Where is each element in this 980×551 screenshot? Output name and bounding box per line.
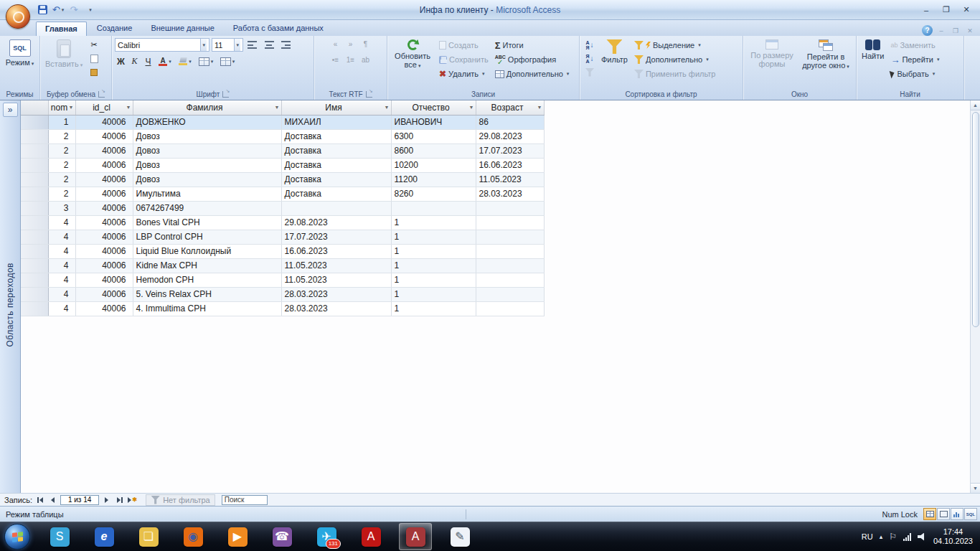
cell[interactable]: Доставка <box>281 187 391 201</box>
child-close-button[interactable]: ✕ <box>964 26 976 35</box>
cell[interactable]: 2 <box>48 172 75 187</box>
child-restore-button[interactable]: ❐ <box>950 26 961 35</box>
cell[interactable]: 1 <box>48 115 75 129</box>
row-selector[interactable] <box>21 172 48 187</box>
view-button[interactable]: SQL Режим▾ <box>4 38 36 70</box>
italic-button[interactable]: К <box>128 55 141 68</box>
bold-button[interactable]: Ж <box>115 55 127 68</box>
cell[interactable]: 8600 <box>391 143 476 158</box>
cell[interactable] <box>476 273 544 287</box>
cell[interactable]: 1 <box>391 301 476 316</box>
cell[interactable]: 40006 <box>75 201 133 215</box>
cell[interactable]: 1 <box>391 215 476 230</box>
cell[interactable]: 1 <box>391 273 476 287</box>
font-name-combo[interactable]: Calibri▾ <box>115 38 209 52</box>
more-records-button[interactable]: Дополнительно▾ <box>493 67 572 81</box>
cell[interactable] <box>476 287 544 301</box>
cell[interactable]: Bones Vital CPH <box>133 215 281 230</box>
cell[interactable] <box>476 258 544 273</box>
cell[interactable]: 40006 <box>75 158 133 172</box>
cell[interactable]: 40006 <box>75 143 133 158</box>
select-all-cell[interactable] <box>21 100 48 115</box>
pivottable-view-button[interactable] <box>937 508 950 520</box>
cell[interactable]: ИВАНОВИЧ <box>391 115 476 129</box>
refresh-all-button[interactable]: Обновить все▾ <box>390 38 435 72</box>
align-left-button[interactable] <box>245 38 260 52</box>
tab-home[interactable]: Главная <box>36 22 87 36</box>
new-blank-record-button[interactable]: ✱ <box>127 495 138 504</box>
cell[interactable]: 5. Veins Relax CPH <box>133 287 281 301</box>
cell[interactable]: 4 <box>48 287 75 301</box>
undo-button[interactable]: ↶▾ <box>52 4 65 17</box>
last-record-button[interactable] <box>114 495 125 504</box>
media-player-icon[interactable]: ▶ <box>221 523 254 550</box>
internet-explorer-icon[interactable]: e <box>88 523 121 550</box>
cell[interactable]: 10200 <box>391 158 476 172</box>
cell[interactable]: 40006 <box>75 287 133 301</box>
cell[interactable]: 40006 <box>75 301 133 316</box>
numbering-button[interactable]: 1≡ <box>344 54 357 66</box>
decrease-indent-button[interactable]: « <box>329 38 342 50</box>
cell[interactable]: 40006 <box>75 215 133 230</box>
office-button[interactable] <box>6 4 30 29</box>
cell[interactable]: 1 <box>391 230 476 244</box>
sort-ascending-button[interactable]: АЯ↓ <box>583 38 597 52</box>
save-button[interactable] <box>36 4 49 17</box>
minimize-button[interactable]: – <box>917 4 936 17</box>
cell[interactable]: 3 <box>48 201 75 215</box>
telegram-icon[interactable]: ✈131 <box>310 523 343 550</box>
skype-icon[interactable]: S <box>43 523 76 550</box>
row-selector[interactable] <box>21 215 48 230</box>
cell[interactable]: 11.05.2023 <box>281 258 391 273</box>
next-record-button[interactable] <box>101 495 112 504</box>
cell[interactable]: 40006 <box>75 273 133 287</box>
cell[interactable]: 28.03.2023 <box>281 301 391 316</box>
datasheet-view-button[interactable] <box>923 508 936 520</box>
row-selector[interactable] <box>21 258 48 273</box>
font-color-button[interactable]: А▾ <box>156 55 174 68</box>
firefox-icon[interactable]: ◉ <box>176 523 209 550</box>
switch-windows-button[interactable]: Перейти в другое окно▾ <box>800 38 852 72</box>
new-record-ribbon-button[interactable]: Создать <box>437 38 491 52</box>
notepad-icon[interactable]: ✎ <box>443 523 476 550</box>
language-indicator[interactable]: RU <box>862 532 873 541</box>
cell[interactable]: 2 <box>48 129 75 143</box>
cell[interactable]: Довоз <box>133 143 281 158</box>
adobe-reader-icon[interactable]: A <box>354 523 387 550</box>
cell[interactable]: 86 <box>476 115 544 129</box>
select-button[interactable]: Выбрать▾ <box>888 67 941 81</box>
cell[interactable] <box>476 230 544 244</box>
dialog-launcher-icon[interactable] <box>98 91 105 98</box>
cell[interactable]: 40006 <box>75 129 133 143</box>
replace-button[interactable]: abЗаменить <box>888 38 941 52</box>
cell[interactable]: 6300 <box>391 129 476 143</box>
highlight-button[interactable]: ab <box>359 54 372 66</box>
cell[interactable]: Довоз <box>133 158 281 172</box>
cell[interactable]: 4. Immultima CPH <box>133 301 281 316</box>
tab-create[interactable]: Создание <box>88 22 141 36</box>
cell[interactable] <box>391 201 476 215</box>
cell[interactable]: 4 <box>48 273 75 287</box>
tab-external-data[interactable]: Внешние данные <box>142 22 222 36</box>
cell[interactable] <box>476 301 544 316</box>
first-record-button[interactable] <box>34 495 45 504</box>
bullets-button[interactable]: •≡ <box>329 54 342 66</box>
column-header-name[interactable]: Имя▼ <box>281 100 391 115</box>
viber-icon[interactable]: ☎ <box>265 523 298 550</box>
cell[interactable]: Доставка <box>281 172 391 187</box>
cut-button[interactable]: ✂ <box>87 38 101 52</box>
cell[interactable]: 11.05.2023 <box>476 172 544 187</box>
cell[interactable]: 16.06.2023 <box>476 158 544 172</box>
redo-button[interactable]: ↷ <box>67 4 80 17</box>
cell[interactable]: 40006 <box>75 258 133 273</box>
cell[interactable] <box>476 215 544 230</box>
cell[interactable]: 4 <box>48 230 75 244</box>
cell[interactable]: 1 <box>391 287 476 301</box>
cell[interactable]: 2 <box>48 143 75 158</box>
tab-database-tools[interactable]: Работа с базами данных <box>225 22 332 36</box>
paste-button[interactable]: Вставить▾ <box>43 38 85 71</box>
row-selector[interactable] <box>21 273 48 287</box>
expand-navigation-pane-button[interactable]: » <box>3 103 18 117</box>
cell[interactable]: Доставка <box>281 158 391 172</box>
network-icon[interactable] <box>903 533 911 541</box>
